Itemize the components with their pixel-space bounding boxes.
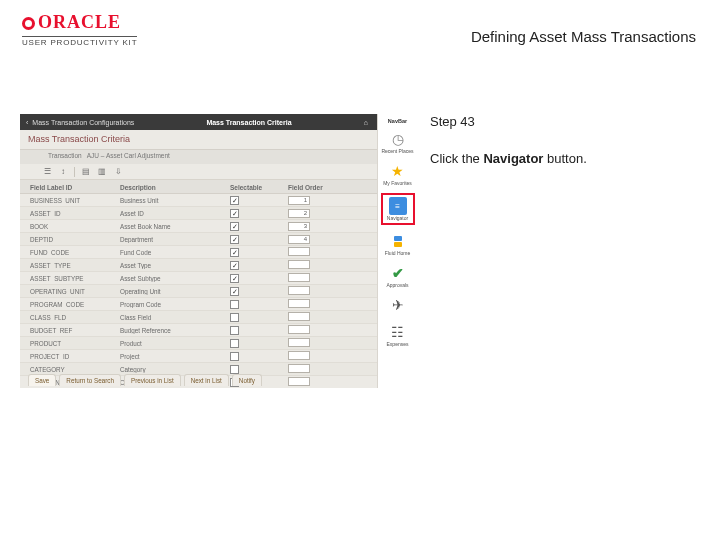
nav-label: Approvals	[386, 283, 408, 288]
tool-icon-2[interactable]: ▥	[97, 167, 107, 177]
col-selectable: Selectable	[228, 184, 286, 191]
cell-description: Category	[118, 366, 228, 373]
nav-fluid-home[interactable]: Fluid Home	[378, 230, 417, 258]
rows-icon[interactable]: ☰	[42, 167, 52, 177]
nav-label: Fluid Home	[385, 251, 411, 256]
tool-icon-1[interactable]: ▤	[81, 167, 91, 177]
order-input[interactable]: 4	[288, 235, 310, 244]
cell-field-id: BOOK	[28, 223, 118, 230]
order-input[interactable]	[288, 377, 310, 386]
instruction-text: Click the Navigator button.	[430, 151, 700, 166]
cell-field-order	[286, 273, 374, 283]
nav-label: Recent Places	[381, 149, 413, 154]
order-input[interactable]: 3	[288, 222, 310, 231]
order-input[interactable]	[288, 338, 310, 347]
order-input[interactable]	[288, 260, 310, 269]
nav-label: My Favorites	[383, 181, 412, 186]
cell-field-id: ASSET_TYPE	[28, 262, 118, 269]
cell-selectable: ✓	[228, 261, 286, 270]
checkbox[interactable]: ✓	[230, 248, 239, 257]
tab-return[interactable]: Return to Search	[59, 374, 121, 386]
home-icon[interactable]: ⌂	[364, 119, 368, 126]
navbar-title: NavBar	[388, 118, 407, 124]
expenses-icon: ☷	[388, 323, 408, 341]
tab-next[interactable]: Next in List	[184, 374, 229, 386]
table-row: BUSINESS_UNITBusiness Unit✓1	[20, 194, 417, 207]
order-input[interactable]: 2	[288, 209, 310, 218]
cell-field-order	[286, 299, 374, 309]
back-icon[interactable]: ‹	[26, 119, 28, 126]
cell-selectable	[228, 326, 286, 335]
cell-field-order	[286, 325, 374, 335]
cell-selectable	[228, 339, 286, 348]
cell-field-id: BUDGET_REF	[28, 327, 118, 334]
cell-description: Asset Subtype	[118, 275, 228, 282]
cell-selectable: ✓	[228, 287, 286, 296]
brand-product: USER PRODUCTIVITY KIT	[22, 36, 137, 47]
cell-selectable: ✓	[228, 248, 286, 257]
navbar-drawer: NavBar ◷ Recent Places ★ My Favorites ≡ …	[377, 114, 417, 388]
cell-description: Budget Reference	[118, 327, 228, 334]
cell-field-id: PRODUCT	[28, 340, 118, 347]
cell-field-order	[286, 312, 374, 322]
sort-icon[interactable]: ↕	[58, 167, 68, 177]
tool-export-icon[interactable]: ⇩	[113, 167, 123, 177]
order-input[interactable]	[288, 325, 310, 334]
tab-notify[interactable]: Notify	[232, 374, 262, 386]
table-row: FUND_CODEFund Code✓	[20, 246, 417, 259]
table-row: PROGRAM_CODEProgram Code	[20, 298, 417, 311]
order-input[interactable]	[288, 364, 310, 373]
checkbox[interactable]: ✓	[230, 196, 239, 205]
app-topbar: ‹ Mass Transaction Configurations Mass T…	[20, 114, 417, 130]
cell-description: Program Code	[118, 301, 228, 308]
checkbox[interactable]	[230, 339, 239, 348]
order-input[interactable]	[288, 247, 310, 256]
checkbox[interactable]	[230, 313, 239, 322]
checkbox[interactable]: ✓	[230, 274, 239, 283]
checkbox[interactable]: ✓	[230, 235, 239, 244]
instr-prefix: Click the	[430, 151, 483, 166]
col-description: Description	[118, 184, 228, 191]
checkbox[interactable]: ✓	[230, 209, 239, 218]
order-input[interactable]	[288, 351, 310, 360]
table-row: CLASS_FLDClass Field	[20, 311, 417, 324]
tab-save[interactable]: Save	[28, 374, 56, 386]
cell-description: Asset Type	[118, 262, 228, 269]
page-title: Defining Asset Mass Transactions	[471, 28, 696, 45]
cell-description: Asset Book Name	[118, 223, 228, 230]
checkbox[interactable]: ✓	[230, 261, 239, 270]
transaction-label: Transaction	[48, 152, 82, 159]
cell-field-id: DEPTID	[28, 236, 118, 243]
oracle-logo: ORACLE	[22, 12, 137, 33]
cell-field-id: PROGRAM_CODE	[28, 301, 118, 308]
order-input[interactable]: 1	[288, 196, 310, 205]
nav-navigator[interactable]: ≡ Navigator	[381, 193, 415, 225]
checkbox[interactable]	[230, 326, 239, 335]
cell-description: Asset ID	[118, 210, 228, 217]
nav-expenses[interactable]: ☷ Expenses	[378, 321, 417, 349]
checkbox[interactable]: ✓	[230, 222, 239, 231]
nav-approvals[interactable]: ✔ Approvals	[378, 262, 417, 290]
cell-description: Department	[118, 236, 228, 243]
cell-selectable	[228, 365, 286, 374]
tab-prev[interactable]: Previous in List	[124, 374, 181, 386]
cell-field-id: OPERATING_UNIT	[28, 288, 118, 295]
cell-description: Fund Code	[118, 249, 228, 256]
nav-recent-places[interactable]: ◷ Recent Places	[378, 128, 417, 156]
table-row: BUDGET_REFBudget Reference	[20, 324, 417, 337]
transaction-value: AJU – Asset Carl Adjustment	[87, 152, 170, 159]
order-input[interactable]	[288, 312, 310, 321]
checkbox[interactable]	[230, 300, 239, 309]
cell-field-order: 1	[286, 196, 374, 205]
order-input[interactable]	[288, 273, 310, 282]
checkbox[interactable]: ✓	[230, 287, 239, 296]
order-input[interactable]	[288, 299, 310, 308]
cell-field-id: PROJECT_ID	[28, 353, 118, 360]
checkbox[interactable]	[230, 365, 239, 374]
checkbox[interactable]	[230, 352, 239, 361]
nav-travel[interactable]: ✈	[378, 294, 417, 317]
cell-field-order	[286, 351, 374, 361]
order-input[interactable]	[288, 286, 310, 295]
clock-icon: ◷	[388, 130, 408, 148]
nav-my-favorites[interactable]: ★ My Favorites	[378, 160, 417, 188]
